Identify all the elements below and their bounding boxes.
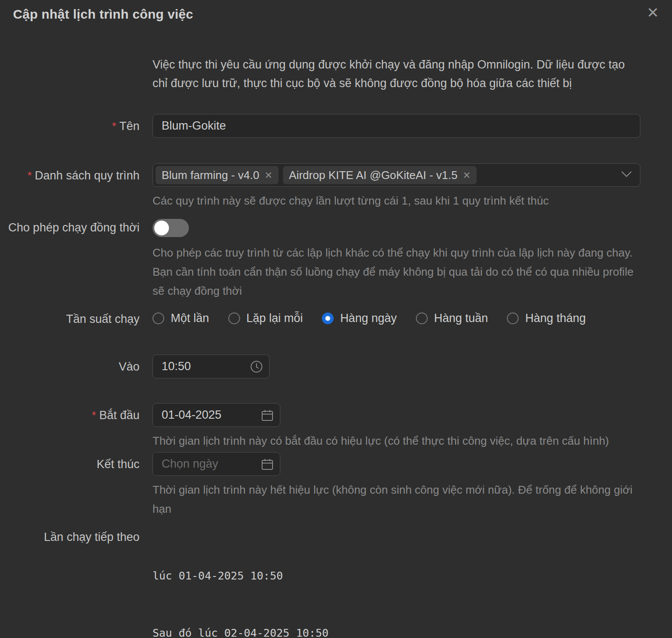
end-label: Kết thúc [0,452,153,471]
form-description: Việc thực thi yêu cầu ứng dụng được khởi… [153,55,640,93]
workflows-label: *Danh sách quy trình [0,163,153,182]
name-row: *Tên [0,114,672,138]
workflow-tag: Airdrop KITE AI @GoKiteAI - v1.5 ✕ [283,166,477,184]
radio-icon[interactable] [153,312,164,324]
required-mark: * [92,409,96,422]
time-row: Vào [0,355,672,378]
name-input[interactable] [153,114,640,138]
frequency-option-monthly[interactable]: Hàng tháng [507,312,586,325]
end-helper: Thời gian lịch trình này hết hiệu lực (k… [153,480,640,518]
start-row: *Bắt đầu Thời gian lịch trình này có bắt… [0,403,672,450]
time-label: Vào [0,355,153,374]
next-run-line: lúc 01-04-2025 10:50 [153,566,640,586]
page-title: Cập nhật lịch trình công việc [13,7,193,22]
concurrent-row: Cho phép chạy đồng thời Cho phép các tru… [0,219,672,300]
workflows-helper: Các quy trình này sẽ được chạy lần lượt … [153,191,640,210]
frequency-option-daily[interactable]: Hàng ngày [322,312,397,325]
calendar-icon[interactable] [261,409,274,422]
next-runs-list: lúc 01-04-2025 10:50 Sau đó lúc 02-04-20… [153,528,640,638]
clock-icon[interactable] [250,360,263,373]
next-run-line: Sau đó lúc 02-04-2025 10:50 [153,624,640,638]
workflows-row: *Danh sách quy trình Blum farming - v4.0… [0,163,672,210]
start-helper: Thời gian lịch trình này có bắt đầu có h… [153,431,640,450]
workflow-select[interactable]: Blum farming - v4.0 ✕ Airdrop KITE AI @G… [153,163,640,187]
workflow-tag: Blum farming - v4.0 ✕ [156,166,279,184]
concurrent-helper: Cho phép các truy trình từ các lập lịch … [153,243,640,300]
required-mark: * [27,169,32,182]
schedule-form: Việc thực thi yêu cầu ứng dụng được khởi… [0,55,672,638]
radio-icon[interactable] [228,312,240,324]
remove-tag-icon[interactable]: ✕ [463,170,471,181]
radio-icon[interactable] [322,312,334,324]
radio-icon[interactable] [416,312,428,324]
required-mark: * [112,120,116,133]
frequency-option-weekly[interactable]: Hàng tuần [416,312,488,325]
concurrent-toggle[interactable] [153,219,189,237]
remove-tag-icon[interactable]: ✕ [264,170,272,181]
frequency-option-repeat-every[interactable]: Lặp lại mỗi [228,312,303,325]
end-row: Kết thúc Thời gian lịch trình này hết hi… [0,452,672,518]
toggle-knob [154,221,169,235]
workflow-tag-label: Blum farming - v4.0 [162,169,259,182]
frequency-row: Tần suất chạy Một lần Lặp lại mỗi Hàng n… [0,312,672,326]
close-icon[interactable]: ✕ [644,3,662,23]
concurrent-label: Cho phép chạy đồng thời [0,219,153,234]
calendar-icon[interactable] [261,458,274,471]
next-runs-row: Lần chạy tiếp theo lúc 01-04-2025 10:50 … [0,528,672,638]
radio-icon[interactable] [507,312,519,324]
frequency-options: Một lần Lặp lại mỗi Hàng ngày Hàng tuần … [153,312,640,325]
start-label: *Bắt đầu [0,403,153,422]
chevron-down-icon[interactable] [621,171,632,179]
frequency-option-once[interactable]: Một lần [153,312,209,325]
workflow-tag-label: Airdrop KITE AI @GoKiteAI - v1.5 [289,169,458,182]
next-runs-label: Lần chạy tiếp theo [0,528,153,544]
frequency-label: Tần suất chạy [0,312,153,326]
name-label: *Tên [0,114,153,133]
